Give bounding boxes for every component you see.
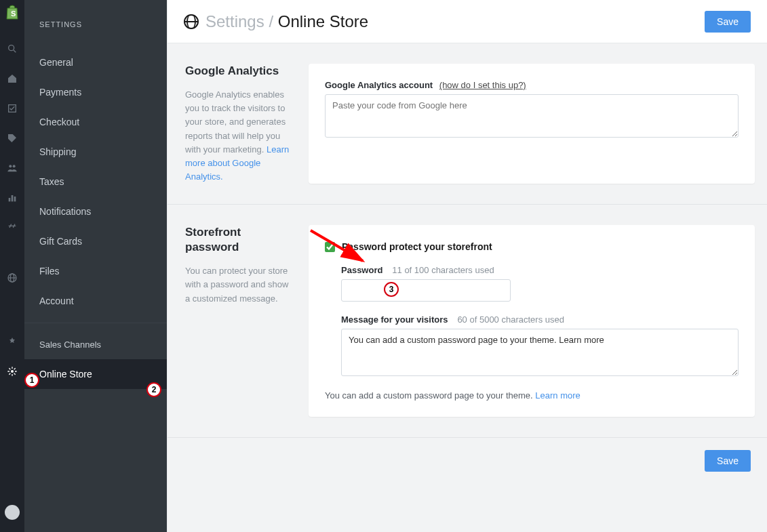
- shopify-logo[interactable]: S: [4, 4, 20, 20]
- save-button-top[interactable]: Save: [705, 11, 751, 33]
- sidebar-item-checkout[interactable]: Checkout: [24, 107, 167, 137]
- pw-desc: Storefront password You can protect your…: [180, 225, 309, 417]
- sidebar-item-payments[interactable]: Payments: [24, 77, 167, 107]
- search-icon[interactable]: [0, 34, 24, 64]
- ga-code-textarea[interactable]: [325, 94, 739, 138]
- ga-desc: Google Analytics Google Analytics enable…: [180, 64, 309, 184]
- svg-text:S: S: [11, 9, 16, 18]
- pw-password-input[interactable]: [341, 279, 511, 302]
- breadcrumb: Settings /: [205, 12, 273, 30]
- ga-account-label: Google Analytics account (how do I set t…: [325, 80, 739, 90]
- apps-icon[interactable]: [0, 327, 24, 356]
- pw-protect-checkbox[interactable]: [325, 242, 335, 252]
- section-storefront-password: Storefront password You can protect your…: [168, 205, 767, 438]
- sidebar-item-channels[interactable]: Sales Channels: [24, 330, 167, 359]
- ga-card: Google Analytics account (how do I set t…: [309, 64, 755, 184]
- content-scroll[interactable]: Google Analytics Google Analytics enable…: [168, 43, 767, 532]
- pw-learn-more-link[interactable]: Learn more: [535, 390, 580, 401]
- section-google-analytics: Google Analytics Google Analytics enable…: [168, 43, 767, 205]
- pw-message-label: Message for your visitors: [341, 314, 448, 325]
- pw-password-field: Password 11 of 100 characters used: [325, 264, 739, 302]
- svg-point-5: [13, 165, 16, 167]
- svg-rect-8: [14, 197, 16, 201]
- sidebar-divider: [24, 323, 167, 323]
- sidebar-item-taxes[interactable]: Taxes: [24, 167, 167, 197]
- sidebar-item-giftcards[interactable]: Gift Cards: [24, 226, 167, 256]
- sidebar-item-general[interactable]: General: [24, 47, 167, 77]
- svg-rect-6: [9, 198, 11, 201]
- user-avatar[interactable]: [5, 505, 20, 520]
- pw-password-hint: 11 of 100 characters used: [392, 265, 494, 275]
- settings-sidebar: SETTINGS General Payments Checkout Shipp…: [24, 0, 167, 532]
- sidebar-heading: SETTINGS: [24, 7, 167, 47]
- sidebar-item-online-store[interactable]: Online Store: [24, 359, 167, 389]
- ga-desc-text: Google Analytics enables you to track th…: [185, 88, 295, 184]
- pw-checkbox-label: Password protect your storefront: [342, 241, 492, 252]
- products-icon[interactable]: [0, 123, 24, 153]
- pw-checkbox-row: Password protect your storefront: [325, 241, 739, 252]
- customers-icon[interactable]: [0, 153, 24, 183]
- pw-desc-text: You can protect your store with a passwo…: [185, 264, 295, 305]
- pw-title: Storefront password: [185, 225, 295, 255]
- pw-card: Password protect your storefront Passwor…: [309, 225, 755, 417]
- globe-icon[interactable]: [0, 263, 24, 293]
- svg-point-1: [9, 45, 14, 51]
- sidebar-item-notifications[interactable]: Notifications: [24, 197, 167, 226]
- icon-rail: S: [0, 0, 24, 532]
- sidebar-item-account[interactable]: Account: [24, 286, 167, 316]
- globe-title-icon: [184, 14, 199, 29]
- bottombar: Save: [168, 438, 767, 484]
- pw-message-hint: 60 of 5000 characters used: [457, 314, 564, 325]
- main-area: Settings / Online Store Save Google Anal…: [167, 0, 767, 532]
- shopify-bag-icon: S: [4, 4, 20, 20]
- page-title: Settings / Online Store: [184, 12, 368, 31]
- sidebar-item-files[interactable]: Files: [24, 256, 167, 286]
- ga-help-link[interactable]: (how do I set this up?): [439, 80, 526, 90]
- reports-icon[interactable]: [0, 183, 24, 213]
- discounts-icon[interactable]: [0, 213, 24, 243]
- home-icon[interactable]: [0, 64, 24, 94]
- ga-title: Google Analytics: [185, 64, 295, 79]
- svg-point-12: [11, 370, 14, 373]
- settings-icon[interactable]: [0, 356, 24, 386]
- orders-icon[interactable]: [0, 94, 24, 123]
- pw-password-label: Password: [341, 265, 382, 275]
- pw-message-textarea[interactable]: [341, 329, 739, 376]
- title-leaf: Online Store: [278, 12, 368, 30]
- save-button-bottom[interactable]: Save: [705, 450, 751, 472]
- pw-message-field: Message for your visitors 60 of 5000 cha…: [325, 314, 739, 378]
- svg-line-2: [14, 50, 16, 52]
- svg-point-4: [9, 165, 12, 167]
- svg-rect-7: [12, 195, 14, 201]
- sidebar-item-shipping[interactable]: Shipping: [24, 137, 167, 167]
- topbar: Settings / Online Store Save: [168, 0, 767, 43]
- pw-footer-note: You can add a custom password page to yo…: [325, 390, 739, 401]
